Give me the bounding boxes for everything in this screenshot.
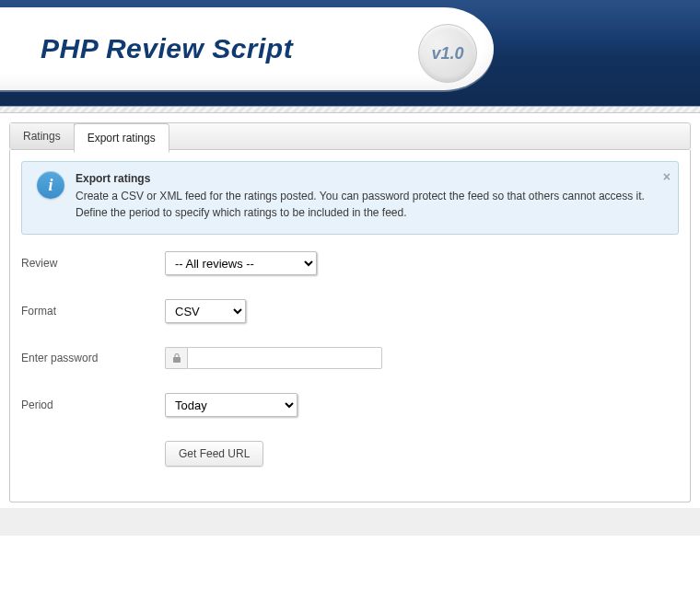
get-feed-url-button[interactable]: Get Feed URL xyxy=(165,441,263,467)
lock-icon xyxy=(165,347,187,369)
password-input[interactable] xyxy=(187,347,382,369)
review-select[interactable]: -- All reviews -- xyxy=(165,251,317,275)
format-select[interactable]: CSV xyxy=(165,299,246,323)
info-title: Export ratings xyxy=(76,171,650,187)
header-divider xyxy=(0,106,700,113)
export-panel: i × Export ratings Create a CSV or XML f… xyxy=(9,150,691,502)
tab-ratings[interactable]: Ratings xyxy=(10,123,75,149)
info-icon: i xyxy=(37,171,64,199)
format-label: Format xyxy=(21,305,165,318)
tab-export-ratings[interactable]: Export ratings xyxy=(74,123,169,153)
version-badge: v1.0 xyxy=(418,24,477,83)
period-select[interactable]: Today xyxy=(165,393,298,417)
close-icon[interactable]: × xyxy=(663,167,671,186)
password-label: Enter password xyxy=(21,352,165,364)
app-title: PHP Review Script xyxy=(41,33,293,64)
period-label: Period xyxy=(21,398,165,411)
info-body: Create a CSV or XML feed for the ratings… xyxy=(76,190,645,218)
app-header: PHP Review Script v1.0 xyxy=(0,0,700,106)
footer-strip xyxy=(0,508,700,536)
review-label: Review xyxy=(21,257,165,270)
tab-bar: Ratings Export ratings xyxy=(9,122,691,150)
info-box: i × Export ratings Create a CSV or XML f… xyxy=(21,161,679,235)
